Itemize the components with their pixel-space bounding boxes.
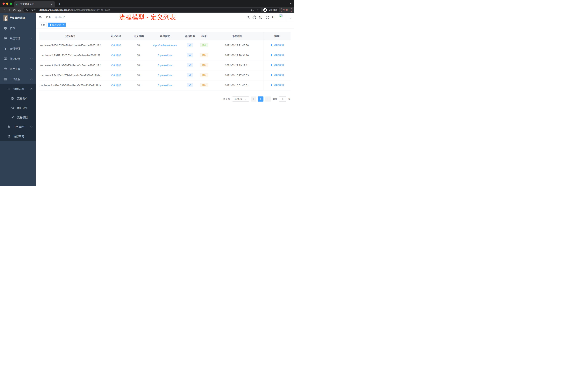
- page-size-value: 10条/页: [235, 97, 242, 101]
- help-question-icon[interactable]: ?: [259, 15, 263, 19]
- sidebar-logo[interactable]: 芋道管理系统: [0, 13, 36, 23]
- page-size-select[interactable]: 10条/页: [232, 97, 249, 101]
- workflow-submenu: 流程管理 流程表单 用户分组: [0, 84, 36, 141]
- sidebar-item-label: 系统管理: [10, 37, 28, 40]
- tab-close-icon[interactable]: ×: [50, 2, 53, 6]
- form-link[interactable]: /bpm/oa/leave/create: [153, 44, 177, 47]
- goto-page-input[interactable]: [279, 97, 286, 101]
- chevron-down-icon: [30, 48, 32, 49]
- sidebar-item-task-management[interactable]: 任务管理: [0, 122, 36, 131]
- sidebar-item-workflow[interactable]: 工作流程: [0, 74, 36, 84]
- category-cell: OA: [130, 40, 148, 50]
- definition-name-link[interactable]: OA 请假: [111, 64, 121, 67]
- paper-plane-icon: [11, 116, 14, 119]
- status-badge: 挂起: [200, 53, 208, 57]
- definition-id-cell: oa_leave:2:3c1f0ef1-76b1-11ec-9c66-a2380…: [39, 70, 102, 80]
- tree-list-icon: [8, 87, 11, 91]
- main-area: 首页/流程定义 流程模型 - 定义列表 ? tT: [36, 13, 294, 186]
- version-badge: v3: [187, 63, 193, 67]
- text-size-icon[interactable]: tT: [272, 15, 275, 19]
- github-icon[interactable]: [252, 15, 256, 19]
- window-zoom-button[interactable]: [10, 2, 12, 5]
- deploy-time-cell: 2022-01-16 01:40:51: [210, 80, 263, 90]
- form-link[interactable]: /bpm/oa/flow: [158, 84, 172, 87]
- sidebar-item-process-management[interactable]: 流程管理: [0, 84, 36, 94]
- new-tab-button[interactable]: +: [57, 1, 62, 7]
- form-link[interactable]: /bpm/oa/flow: [158, 64, 172, 67]
- status-badge: 挂起: [200, 73, 208, 77]
- definition-name-link[interactable]: OA 请假: [111, 54, 121, 57]
- definition-name-link[interactable]: OA 请假: [111, 44, 121, 47]
- update-label: 更新: [283, 8, 288, 12]
- browser-tab[interactable]: 芋道管理系统 ×: [14, 1, 55, 7]
- definition-name-link[interactable]: OA 请假: [111, 74, 121, 77]
- assign-rule-link[interactable]: 分配规则: [270, 44, 284, 47]
- tag-close-icon[interactable]: ×: [63, 24, 64, 26]
- address-bar[interactable]: 不安全 dashboard.yudao.iocoder.cn/bpm/manag…: [23, 8, 261, 12]
- goto-suffix: 页: [288, 97, 291, 101]
- form-link[interactable]: /bpm/oa/flow: [158, 74, 172, 77]
- assign-rule-link[interactable]: 分配规则: [270, 84, 284, 87]
- breadcrumb-separator: /: [52, 16, 53, 19]
- incognito-icon: [263, 8, 267, 12]
- deploy-time-cell: 2022-01-22 21:48:38: [210, 40, 263, 50]
- next-page-button[interactable]: [265, 97, 271, 101]
- breadcrumb-home[interactable]: 首页: [46, 16, 51, 19]
- reload-icon[interactable]: [12, 8, 17, 12]
- sidebar-collapse-icon[interactable]: [39, 15, 43, 19]
- category-cell: OA: [130, 50, 148, 60]
- avatar-broken-image[interactable]: [279, 14, 286, 21]
- browser-menu-update-button[interactable]: 更新: [281, 8, 292, 12]
- pagination-total: 共 5 条: [223, 97, 230, 101]
- fullscreen-icon[interactable]: [265, 15, 269, 19]
- sidebar-item-system[interactable]: 系统管理: [0, 33, 36, 44]
- bookmark-star-icon[interactable]: [256, 9, 259, 12]
- sidebar-item-infrastructure[interactable]: 基础设施: [0, 54, 36, 64]
- sidebar-item-user-group[interactable]: 用户分组: [0, 103, 36, 113]
- page-number-1[interactable]: 1: [258, 97, 263, 101]
- sidebar-item-process-model[interactable]: 流程模型: [0, 113, 36, 122]
- col-definition-name: 定义名称: [102, 32, 130, 40]
- avatar-caret-icon[interactable]: [289, 18, 291, 19]
- sidebar-item-leave-query[interactable]: 请假查询: [0, 131, 36, 141]
- sidebar-item-label: 用户分组: [17, 106, 32, 110]
- security-warning-icon: [25, 9, 28, 11]
- sidebar-item-label: 流程管理: [13, 87, 28, 91]
- deploy-time-cell: 2022-01-16 17:46:53: [210, 70, 263, 80]
- url-domain: dashboard.yudao.iocoder.cn: [40, 9, 70, 11]
- sidebar-item-dev-tools[interactable]: 研发工具: [0, 64, 36, 74]
- tag-label: 首页: [41, 23, 45, 27]
- assign-rule-link[interactable]: 分配规则: [270, 74, 284, 77]
- sidebar-item-payment[interactable]: ¥ 支付管理: [0, 44, 36, 54]
- tag-process-definition[interactable]: 流程定义 ×: [48, 22, 66, 27]
- assign-rule-link[interactable]: 分配规则: [270, 64, 284, 67]
- window-minimize-button[interactable]: [6, 2, 8, 5]
- assign-rule-link[interactable]: 分配规则: [270, 54, 284, 57]
- forward-icon[interactable]: [7, 8, 12, 12]
- table-row: oa_leave:4:991f2193-7b7f-11ec-a3c8-acde4…: [39, 50, 291, 60]
- window-close-button[interactable]: [2, 2, 5, 5]
- sidebar-item-home[interactable]: 首页: [0, 23, 36, 33]
- table-row: oa_leave:3:1fad3d93-7b75-11ec-a3c8-acde4…: [39, 60, 291, 70]
- sidebar-item-process-form[interactable]: 流程表单: [0, 94, 36, 103]
- col-process-version: 流程版本: [182, 32, 198, 40]
- prev-page-button[interactable]: [251, 97, 256, 101]
- sidebar: 芋道管理系统 首页 系统管理 ¥ 支付管理: [0, 13, 36, 186]
- definition-name-link[interactable]: OA 请假: [111, 84, 121, 87]
- sidebar-item-label: 请假查询: [13, 135, 32, 138]
- sidebar-item-label: 工作流程: [10, 77, 28, 81]
- home-icon[interactable]: [17, 8, 22, 12]
- security-label[interactable]: 不安全: [29, 9, 36, 12]
- breadcrumb: 首页/流程定义: [46, 16, 65, 19]
- tab-title: 芋道管理系统: [20, 3, 50, 6]
- tab-search-chevron-icon[interactable]: [290, 3, 292, 4]
- svg-text:?: ?: [260, 16, 262, 18]
- category-cell: OA: [130, 80, 148, 90]
- dashboard-icon: [4, 27, 7, 30]
- tag-home[interactable]: 首页: [39, 22, 47, 27]
- search-icon[interactable]: [246, 15, 250, 19]
- version-badge: v1: [187, 83, 193, 87]
- saved-password-key-icon[interactable]: [251, 9, 254, 12]
- back-icon[interactable]: [2, 8, 7, 12]
- form-link[interactable]: /bpm/oa/flow: [158, 54, 172, 57]
